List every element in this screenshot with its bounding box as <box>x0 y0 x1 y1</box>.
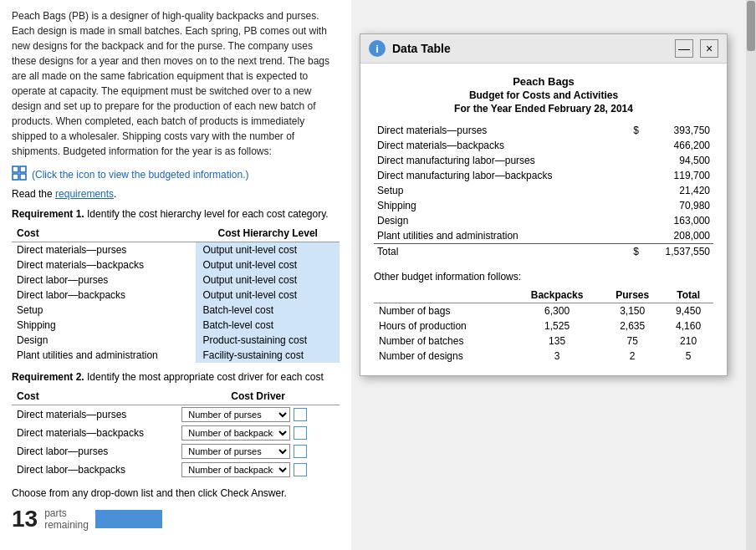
req2-table: Cost Cost Driver Direct materials—purses… <box>12 388 340 479</box>
req2-table-row: Direct materials—purses Number of purses… <box>12 405 340 425</box>
cost-label: Shipping <box>374 198 626 213</box>
budget-header: Total <box>663 288 713 303</box>
icon-row-text: (Click the icon to view the budgeted inf… <box>32 169 248 181</box>
req1-table: Cost Cost Hierarchy Level Direct materia… <box>12 225 340 363</box>
budget-backpacks: 1,525 <box>513 318 601 334</box>
driver-select[interactable]: Number of backpacks Number of purses Num… <box>181 425 290 441</box>
cost-dollar <box>626 183 642 198</box>
cost-table-row: Direct manufacturing labor—backpacks119,… <box>374 168 713 183</box>
req2-driver-cell[interactable]: Number of backpacks Number of purses Num… <box>176 461 340 479</box>
budget-label: Number of batches <box>374 334 513 349</box>
req1-cost-cell: Design <box>12 333 196 348</box>
budget-purses: 3,150 <box>601 303 663 319</box>
driver-select[interactable]: Number of purses Number of purses Number… <box>181 407 290 422</box>
budget-table-row: Hours of production 1,525 2,635 4,160 <box>374 318 713 334</box>
budget-table-row: Number of bags 6,300 3,150 9,450 <box>374 303 713 319</box>
req1-table-row: Direct labor—pursesOutput unit-level cos… <box>12 272 340 288</box>
req2-table-row: Direct materials—backpacks Number of bac… <box>12 424 340 442</box>
budget-total: 9,450 <box>663 303 713 319</box>
budget-header <box>374 288 513 303</box>
icon-row[interactable]: (Click the icon to view the budgeted inf… <box>12 166 340 183</box>
req2-driver-cell[interactable]: Number of purses Number of purses Number… <box>176 442 340 461</box>
read-prefix: Read the <box>12 188 55 200</box>
bottom-row: 13 parts remaining <box>12 506 340 532</box>
budget-total: 210 <box>663 334 713 349</box>
modal-body: Peach Bags Budget for Costs and Activiti… <box>360 64 727 375</box>
req1-title-rest: Identify the cost hierarchy level for ea… <box>84 208 329 220</box>
cost-dollar <box>626 138 642 153</box>
budget-table-row: Number of designs 3 2 5 <box>374 349 713 364</box>
read-suffix: . <box>114 188 116 200</box>
req1-table-row: Direct labor—backpacksOutput unit-level … <box>12 288 340 303</box>
req1-title-bold: Requirement 1. <box>12 208 84 220</box>
req1-level-cell: Batch-level cost <box>196 318 340 333</box>
other-info-label: Other budget information follows: <box>374 271 713 283</box>
svg-rect-3 <box>20 174 26 180</box>
cost-table: Direct materials—purses$393,750Direct ma… <box>374 123 713 259</box>
cost-label: Direct materials—purses <box>374 123 626 138</box>
cost-table-row: Setup21,420 <box>374 183 713 198</box>
parts-label: parts remaining <box>44 507 89 531</box>
cost-amount: 119,700 <box>642 168 713 183</box>
cost-amount: 163,000 <box>642 213 713 228</box>
progress-bar <box>95 510 162 528</box>
modal-controls: — × <box>675 39 718 58</box>
parts-number: 13 <box>12 506 38 532</box>
req1-cost-cell: Direct materials—backpacks <box>12 257 196 272</box>
modal-title: Data Table <box>392 42 451 55</box>
requirements-link[interactable]: requirements <box>55 188 114 200</box>
budget-total: 4,160 <box>663 318 713 334</box>
budget-table-row: Number of batches 135 75 210 <box>374 334 713 349</box>
svg-rect-1 <box>20 166 26 172</box>
main-content: Peach Bags (PB) is a designer of high-qu… <box>0 0 351 550</box>
budget-table: BackpacksPursesTotal Number of bags 6,30… <box>374 288 713 364</box>
scrollbar[interactable] <box>746 0 756 550</box>
budget-header: Purses <box>601 288 663 303</box>
total-row: Total $ 1,537,550 <box>374 244 713 260</box>
req2-cost-cell: Direct labor—backpacks <box>12 461 176 479</box>
req1-level-cell: Output unit-level cost <box>196 288 340 303</box>
driver-select[interactable]: Number of purses Number of purses Number… <box>181 444 290 459</box>
cost-dollar: $ <box>626 123 642 138</box>
req2-title: Requirement 2. Identify the most appropr… <box>12 371 340 383</box>
req1-cost-cell: Direct labor—backpacks <box>12 288 196 303</box>
req1-cost-cell: Shipping <box>12 318 196 333</box>
req1-col1-header: Cost <box>12 225 196 242</box>
req2-driver-cell[interactable]: Number of backpacks Number of purses Num… <box>176 424 340 442</box>
budget-backpacks: 6,300 <box>513 303 601 319</box>
budget-label: Hours of production <box>374 318 513 334</box>
req2-col2-header: Cost Driver <box>176 388 340 405</box>
req1-table-row: Plant utilities and administrationFacili… <box>12 348 340 363</box>
data-table-modal: i Data Table — × Peach Bags Budget for C… <box>360 33 728 376</box>
req1-level-cell: Facility-sustaining cost <box>196 348 340 363</box>
budget-backpacks: 3 <box>513 349 601 364</box>
cost-table-row: Direct manufacturing labor—purses94,500 <box>374 153 713 168</box>
intro-text: Peach Bags (PB) is a designer of high-qu… <box>12 8 340 159</box>
cost-table-row: Shipping70,980 <box>374 198 713 213</box>
req2-title-rest: Identify the most appropriate cost drive… <box>84 371 324 383</box>
cost-label: Direct manufacturing labor—purses <box>374 153 626 168</box>
budget-label: Number of designs <box>374 349 513 364</box>
req1-cost-cell: Direct materials—purses <box>12 242 196 258</box>
cost-amount: 70,980 <box>642 198 713 213</box>
budget-label: Number of bags <box>374 303 513 319</box>
req1-level-cell: Batch-level cost <box>196 303 340 318</box>
budget-backpacks: 135 <box>513 334 601 349</box>
data-table-date: For the Year Ended February 28, 2014 <box>374 103 713 115</box>
info-icon: i <box>369 40 386 57</box>
req2-driver-cell[interactable]: Number of purses Number of purses Number… <box>176 405 340 425</box>
req1-level-cell: Product-sustaining cost <box>196 333 340 348</box>
budget-total: 5 <box>663 349 713 364</box>
minimize-button[interactable]: — <box>675 39 693 58</box>
total-label: Total <box>374 244 626 260</box>
cost-amount: 466,200 <box>642 138 713 153</box>
svg-rect-0 <box>13 166 18 172</box>
req2-col1-header: Cost <box>12 388 176 405</box>
cost-table-row: Plant utilities and administration208,00… <box>374 228 713 244</box>
cost-amount: 21,420 <box>642 183 713 198</box>
driver-select[interactable]: Number of backpacks Number of purses Num… <box>181 462 290 477</box>
driver-indicator <box>294 426 307 440</box>
req2-cost-cell: Direct materials—backpacks <box>12 424 176 442</box>
close-button[interactable]: × <box>700 39 718 58</box>
scrollbar-thumb[interactable] <box>747 1 755 51</box>
